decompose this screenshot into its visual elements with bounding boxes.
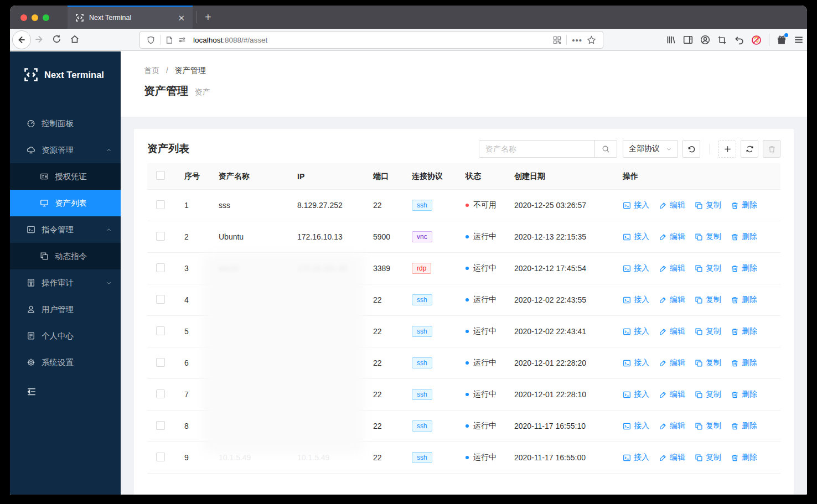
delete-link[interactable]: 删除: [731, 232, 757, 242]
library-icon[interactable]: [666, 35, 676, 45]
copy-link[interactable]: 复制: [695, 295, 721, 305]
copy-link[interactable]: 复制: [695, 358, 721, 368]
row-checkbox[interactable]: [156, 295, 165, 304]
url-bar[interactable]: localhost:8088/#/asset •••: [139, 31, 603, 49]
sidebar-collapse-button[interactable]: [10, 379, 121, 397]
row-checkbox[interactable]: [156, 326, 165, 335]
edit-link[interactable]: 编辑: [659, 453, 685, 463]
access-link[interactable]: 接入: [623, 263, 649, 273]
copy-link[interactable]: 复制: [695, 232, 721, 242]
account-icon[interactable]: [700, 35, 710, 45]
row-checkbox[interactable]: [156, 358, 165, 367]
forward-button[interactable]: [34, 34, 44, 44]
undo-filter-button[interactable]: [682, 140, 700, 158]
undo-arrow-icon[interactable]: [734, 35, 744, 45]
edit-link[interactable]: 编辑: [659, 358, 685, 368]
terminal-icon: [623, 264, 631, 273]
edit-link[interactable]: 编辑: [659, 232, 685, 242]
page-actions-icon[interactable]: •••: [572, 35, 582, 45]
access-link[interactable]: 接入: [623, 421, 649, 431]
status-cell: 运行中: [457, 253, 505, 284]
access-link[interactable]: 接入: [623, 453, 649, 463]
edit-link[interactable]: 编辑: [659, 200, 685, 210]
search-input[interactable]: [479, 141, 594, 157]
sidebar-item-1[interactable]: 资源管理: [10, 137, 121, 163]
back-button[interactable]: [12, 30, 31, 49]
window-minimize-button[interactable]: [32, 14, 38, 21]
edit-icon: [659, 328, 667, 336]
sidebar-item-3[interactable]: 资产列表: [10, 190, 121, 216]
copy-link[interactable]: 复制: [695, 263, 721, 273]
delete-link[interactable]: 删除: [731, 358, 757, 368]
action-label: 复制: [706, 232, 721, 242]
page-info-icon[interactable]: [166, 36, 173, 44]
sidebars-icon[interactable]: [683, 35, 693, 45]
sidebar-item-7[interactable]: 用户管理: [10, 296, 121, 323]
edit-link[interactable]: 编辑: [659, 263, 685, 273]
copy-link[interactable]: 复制: [695, 421, 721, 431]
delete-link[interactable]: 删除: [731, 326, 757, 336]
copy-link[interactable]: 复制: [695, 389, 721, 399]
tab-title: Next Terminal: [89, 14, 175, 22]
window-zoom-button[interactable]: [43, 14, 49, 21]
toolbar-separator: [709, 144, 710, 154]
sidebar-item-9[interactable]: 系统设置: [10, 349, 121, 376]
bookmark-star-icon[interactable]: [587, 35, 596, 45]
add-asset-button[interactable]: [718, 140, 736, 158]
qr-scan-icon[interactable]: [553, 36, 561, 44]
url-text[interactable]: localhost:8088/#/asset: [193, 36, 551, 44]
access-link[interactable]: 接入: [623, 389, 649, 399]
row-checkbox[interactable]: [156, 200, 165, 209]
shield-icon[interactable]: [147, 36, 155, 44]
content-blocking-icon[interactable]: [751, 35, 762, 45]
delete-link[interactable]: 删除: [731, 453, 757, 463]
whats-new-gift-icon[interactable]: [777, 35, 787, 45]
sidebar-item-5[interactable]: 动态指令: [10, 243, 121, 269]
edit-link[interactable]: 编辑: [659, 326, 685, 336]
permissions-icon[interactable]: [178, 36, 187, 44]
edit-link[interactable]: 编辑: [659, 421, 685, 431]
edit-link[interactable]: 编辑: [659, 295, 685, 305]
access-link[interactable]: 接入: [623, 326, 649, 336]
menu-icon[interactable]: [794, 35, 804, 45]
copy-link[interactable]: 复制: [695, 326, 721, 336]
edit-link[interactable]: 编辑: [659, 389, 685, 399]
copy-link[interactable]: 复制: [695, 453, 721, 463]
copy-link[interactable]: 复制: [695, 200, 721, 210]
browser-tab[interactable]: Next Terminal ✕: [68, 6, 193, 29]
protocol-cell: ssh: [403, 316, 457, 347]
row-checkbox[interactable]: [156, 389, 165, 398]
delete-link[interactable]: 删除: [731, 389, 757, 399]
access-link[interactable]: 接入: [623, 358, 649, 368]
sidebar-item-8[interactable]: 个人中心: [10, 323, 121, 349]
access-link[interactable]: 接入: [623, 200, 649, 210]
sidebar-item-2[interactable]: 授权凭证: [10, 163, 121, 190]
home-button[interactable]: [70, 34, 80, 44]
row-checkbox[interactable]: [156, 232, 165, 241]
sidebar-item-4[interactable]: 指令管理: [10, 216, 121, 243]
sidebar-item-0[interactable]: 控制面板: [10, 110, 121, 137]
breadcrumb-home-link[interactable]: 首页: [144, 66, 159, 75]
delete-link[interactable]: 删除: [731, 200, 757, 210]
tab-close-icon[interactable]: ✕: [175, 13, 187, 23]
search-button[interactable]: [594, 141, 617, 157]
select-all-checkbox[interactable]: [156, 171, 165, 180]
row-checkbox[interactable]: [156, 263, 165, 272]
delete-link[interactable]: 删除: [731, 295, 757, 305]
access-link[interactable]: 接入: [623, 232, 649, 242]
app-logo[interactable]: Next Terminal: [10, 51, 121, 87]
delete-link[interactable]: 删除: [731, 421, 757, 431]
reload-button[interactable]: [52, 34, 61, 44]
row-checkbox[interactable]: [156, 421, 165, 430]
new-tab-button[interactable]: +: [200, 11, 216, 24]
window-close-button[interactable]: [20, 14, 27, 21]
protocol-filter-select[interactable]: 全部协议: [623, 140, 678, 158]
screenshot-icon[interactable]: [717, 35, 727, 45]
row-checkbox[interactable]: [156, 453, 165, 461]
batch-delete-button[interactable]: [763, 140, 780, 158]
copy-icon: [695, 201, 703, 210]
access-link[interactable]: 接入: [623, 295, 649, 305]
sidebar-item-6[interactable]: 操作审计: [10, 269, 121, 296]
refresh-button[interactable]: [741, 140, 758, 158]
delete-link[interactable]: 删除: [731, 263, 757, 273]
